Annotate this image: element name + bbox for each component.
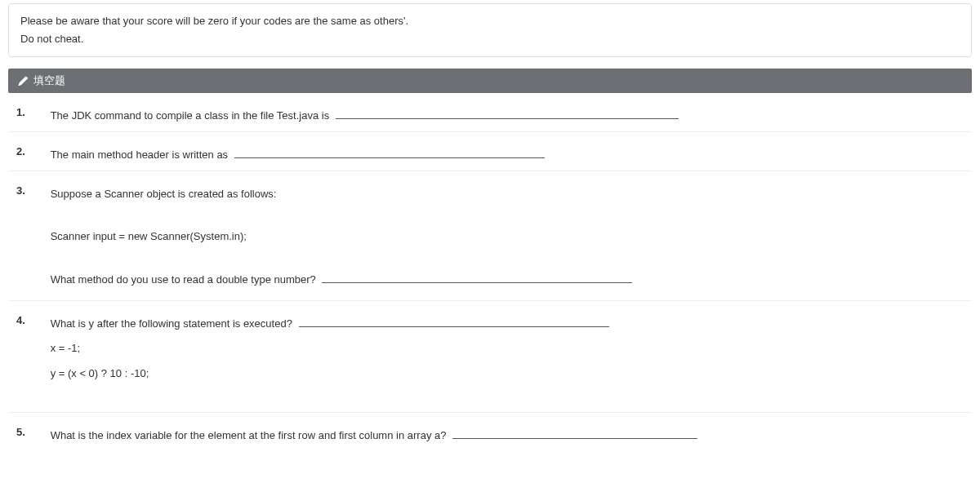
question-number: 2. [15, 145, 47, 157]
question-line-2: x = -1; [51, 339, 962, 359]
question-text: What is y after the following statement … [51, 317, 292, 330]
question-line-3: y = (x < 0) ? 10 : -10; [51, 364, 962, 384]
question-body: What is the index variable for the eleme… [51, 426, 962, 446]
question-5: 5. What is the index variable for the el… [8, 412, 972, 451]
blank-input[interactable] [322, 272, 632, 283]
question-text: What is the index variable for the eleme… [51, 429, 447, 441]
question-body: Suppose a Scanner object is created as f… [51, 184, 962, 295]
question-text: The main method header is written as [51, 148, 229, 161]
blank-input[interactable] [452, 427, 697, 438]
blank-input[interactable] [299, 315, 609, 326]
question-para-3: What method do you use to read a double … [51, 270, 962, 290]
notice-line-1: Please be aware that your score will be … [20, 12, 960, 30]
question-1: 1. The JDK command to compile a class in… [8, 93, 972, 131]
pencil-icon [18, 76, 29, 86]
question-para-2: Scanner input = new Scanner(System.in); [51, 227, 962, 247]
question-number: 1. [15, 106, 47, 118]
question-4: 4. What is y after the following stateme… [8, 300, 972, 412]
question-3: 3. Suppose a Scanner object is created a… [8, 171, 972, 300]
question-text: What method do you use to read a double … [51, 273, 316, 286]
questions-list: 1. The JDK command to compile a class in… [0, 93, 980, 467]
blank-input[interactable] [336, 108, 679, 119]
question-number: 4. [15, 314, 47, 326]
question-body: What is y after the following statement … [51, 314, 962, 407]
question-text: The JDK command to compile a class in th… [51, 109, 330, 122]
notice-line-2: Do not cheat. [20, 30, 960, 48]
section-title: 填空题 [33, 73, 65, 88]
question-line-1: What is y after the following statement … [51, 314, 962, 335]
question-body: The main method header is written as [51, 145, 962, 166]
question-number: 3. [15, 184, 47, 197]
question-para-1: Suppose a Scanner object is created as f… [51, 184, 962, 205]
notice-box: Please be aware that your score will be … [8, 3, 972, 57]
question-number: 5. [15, 426, 47, 438]
section-header: 填空题 [8, 69, 972, 93]
question-2: 2. The main method header is written as [8, 131, 972, 171]
question-body: The JDK command to compile a class in th… [51, 106, 962, 126]
blank-input[interactable] [234, 147, 545, 158]
